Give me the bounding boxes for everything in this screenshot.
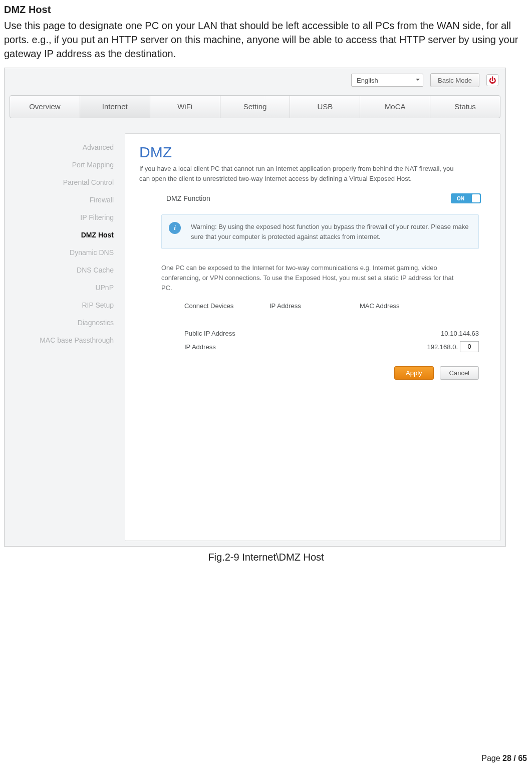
warning-box: i Warning: By using the exposed host fun… [161, 214, 479, 249]
sidebar-item-firewall[interactable]: Firewall [90, 196, 114, 204]
sidebar-item-ip-filtering[interactable]: IP Filtering [80, 213, 114, 221]
sidebar-item-dmz-host[interactable]: DMZ Host [81, 231, 114, 239]
th-ip-address: IP Address [270, 302, 360, 310]
footer-prefix: Page [481, 754, 502, 762]
sidebar-item-upnp[interactable]: UPnP [95, 284, 114, 292]
cancel-button[interactable]: Cancel [440, 366, 479, 380]
sidebar-item-mac-base-passthrough[interactable]: MAC base Passthrough [40, 336, 114, 344]
tab-setting[interactable]: Setting [220, 96, 291, 118]
public-ip-label: Public IP Address [184, 330, 441, 337]
mode-toggle-button[interactable]: Basic Mode [430, 73, 479, 87]
ip-last-octet-input[interactable] [460, 341, 479, 352]
figure-screenshot: English Basic Mode ⏻ Overview Internet W… [4, 68, 506, 547]
main-panel: DMZ If you have a local client PC that c… [125, 133, 500, 541]
sidebar-nav: Advanced Port Mapping Parental Control F… [10, 133, 125, 541]
topbar-right: English Basic Mode ⏻ [351, 73, 498, 87]
info-icon: i [169, 222, 181, 234]
th-connect-devices: Connect Devices [184, 302, 270, 310]
sidebar-item-rip-setup[interactable]: RIP Setup [82, 301, 114, 309]
apply-button[interactable]: Apply [394, 366, 434, 380]
panel-title: DMZ [139, 144, 486, 161]
footer-page-current: 28 [502, 754, 511, 762]
warning-text: Warning: By using the exposed host funct… [191, 223, 469, 240]
panel-mid-text: One PC can be exposed to the Internet fo… [161, 263, 457, 293]
language-select[interactable]: English [351, 74, 423, 87]
figure-caption: Fig.2-9 Internet\DMZ Host [4, 552, 528, 563]
footer-page-sep: / [511, 754, 518, 762]
dmz-function-switch[interactable]: ON [451, 193, 481, 203]
public-ip-value: 10.10.144.63 [441, 330, 479, 337]
tab-status[interactable]: Status [430, 96, 500, 118]
th-mac-address: MAC Address [360, 302, 479, 310]
tab-usb[interactable]: USB [290, 96, 360, 118]
ip-address-prefix: 192.168.0. [427, 343, 458, 351]
main-tabs: Overview Internet WiFi Setting USB MoCA … [10, 95, 500, 118]
tab-internet[interactable]: Internet [80, 96, 150, 118]
tab-wifi[interactable]: WiFi [150, 96, 220, 118]
ip-address-label: IP Address [184, 343, 427, 351]
tab-overview[interactable]: Overview [10, 96, 80, 118]
sidebar-item-advanced[interactable]: Advanced [83, 143, 114, 151]
dmz-function-label: DMZ Function [166, 194, 451, 202]
sidebar-item-diagnostics[interactable]: Diagnostics [78, 319, 114, 327]
doc-section-intro: Use this page to designate one PC on you… [4, 19, 528, 61]
footer-page-total: 65 [518, 754, 527, 762]
panel-description: If you have a local client PC that canno… [139, 164, 460, 183]
sidebar-item-dynamic-dns[interactable]: Dynamic DNS [70, 248, 114, 256]
page-footer: Page 28 / 65 [481, 754, 527, 763]
doc-section-title: DMZ Host [4, 4, 528, 16]
sidebar-item-dns-cache[interactable]: DNS Cache [77, 266, 114, 274]
device-table-header: Connect Devices IP Address MAC Address [184, 302, 479, 310]
sidebar-item-parental-control[interactable]: Parental Control [63, 178, 114, 186]
sidebar-item-port-mapping[interactable]: Port Mapping [72, 161, 114, 169]
tab-moca[interactable]: MoCA [360, 96, 430, 118]
logout-icon[interactable]: ⏻ [486, 74, 498, 86]
